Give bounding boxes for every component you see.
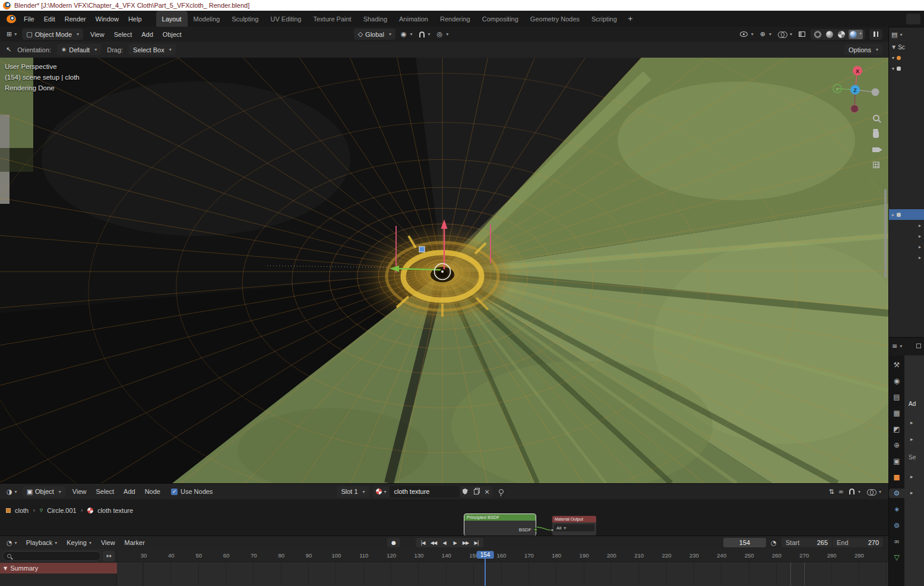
properties-tab-render[interactable]: ◉ bbox=[889, 376, 904, 386]
viewport-menu-select[interactable]: Select bbox=[109, 27, 137, 42]
properties-tab-world[interactable]: ⊕ bbox=[889, 440, 904, 450]
use-nodes-checkbox[interactable]: ✓ Use Nodes bbox=[171, 488, 213, 495]
playhead-frame-badge[interactable]: 154 bbox=[477, 551, 494, 559]
viewport-scrollbar[interactable] bbox=[884, 189, 887, 278]
drag-setting-dropdown[interactable]: Select Box bbox=[129, 44, 176, 55]
properties-tab-output[interactable]: ▤ bbox=[889, 392, 904, 402]
panel-expand-icon[interactable]: ▸ bbox=[910, 490, 913, 496]
xray-toggle[interactable] bbox=[798, 31, 806, 37]
disclosure-open-icon[interactable]: ▾ bbox=[892, 66, 894, 71]
snap-dropdown[interactable] bbox=[418, 31, 432, 37]
shader-menu-node[interactable]: Node bbox=[140, 484, 165, 499]
pivot-point-dropdown[interactable]: ◉ bbox=[400, 30, 414, 38]
viewport-menu-view[interactable]: View bbox=[86, 27, 109, 42]
properties-tab-object[interactable]: ■ bbox=[889, 472, 904, 482]
disclosure-closed-icon[interactable]: ▸ bbox=[919, 244, 921, 250]
axis-z-neg-ball[interactable] bbox=[851, 105, 859, 113]
disclosure-closed-icon[interactable]: ▸ bbox=[919, 255, 921, 260]
new-copy-button[interactable] bbox=[471, 486, 482, 497]
viewport-menu-object[interactable]: Object bbox=[158, 27, 186, 42]
workspace-tab-sculpting[interactable]: Sculpting bbox=[226, 11, 264, 27]
navigation-gizmo[interactable]: X Y Z bbox=[830, 61, 882, 117]
panel-expand-icon[interactable]: ▸ bbox=[910, 436, 913, 442]
properties-tab-tool[interactable]: ⚒ bbox=[889, 360, 904, 370]
workspace-tab-geometry-nodes[interactable]: Geometry Nodes bbox=[524, 11, 586, 27]
timeline-track-area[interactable]: 3040506070809010011012013014015016017018… bbox=[117, 549, 888, 586]
menu-window[interactable]: Window bbox=[91, 11, 124, 27]
shader-menu-select[interactable]: Select bbox=[91, 484, 119, 499]
menu-render[interactable]: Render bbox=[60, 11, 91, 27]
auto-keying-record-button[interactable]: ● bbox=[387, 538, 400, 547]
channel-search-field[interactable] bbox=[2, 551, 101, 561]
breadcrumb-material[interactable]: cloth texture bbox=[97, 507, 133, 514]
outliner-row[interactable]: ▸ bbox=[889, 241, 924, 252]
workspace-tab-uv-editing[interactable]: UV Editing bbox=[264, 11, 307, 27]
pin-icon[interactable] bbox=[499, 489, 504, 494]
workspace-tab-shading[interactable]: Shading bbox=[357, 11, 393, 27]
mode-dropdown[interactable]: ▢ Object Mode bbox=[22, 29, 83, 40]
shader-editor-type-button[interactable]: ◑ bbox=[4, 488, 20, 496]
fake-user-button[interactable] bbox=[460, 486, 471, 497]
breadcrumb-mesh[interactable]: Circle.001 bbox=[47, 507, 77, 514]
playhead-line[interactable] bbox=[485, 557, 486, 586]
zoom-icon[interactable] bbox=[873, 115, 879, 121]
axis-x-neg-ball[interactable] bbox=[872, 89, 879, 96]
slot-dropdown[interactable]: Slot 1 bbox=[337, 486, 369, 497]
timeline-channels[interactable] bbox=[117, 562, 888, 586]
outliner-row[interactable]: ▸ bbox=[889, 220, 924, 231]
shader-node-canvas[interactable]: cloth › ▿ Circle.001 › cloth texture Pri… bbox=[0, 499, 888, 535]
properties-tab-collection[interactable]: ▣ bbox=[889, 456, 904, 466]
properties-tab-physics[interactable]: ⊚ bbox=[889, 521, 904, 530]
bsdf-output-socket[interactable] bbox=[534, 528, 537, 531]
outliner-row[interactable]: ▾ bbox=[889, 63, 924, 74]
current-frame-field[interactable]: 154 bbox=[723, 538, 766, 547]
previous-keyframe-button[interactable]: ◀◀ bbox=[428, 540, 439, 546]
workspace-tab-modeling[interactable]: Modeling bbox=[188, 11, 226, 27]
shader-menu-view[interactable]: View bbox=[68, 484, 91, 499]
jump-to-end-button[interactable]: ▶| bbox=[471, 540, 482, 546]
timeline-ruler[interactable]: 3040506070809010011012013014015016017018… bbox=[117, 549, 888, 562]
properties-editor-type-button[interactable]: ≡ bbox=[892, 342, 905, 350]
properties-tab-particles[interactable]: ∗ bbox=[889, 505, 904, 514]
menu-help[interactable]: Help bbox=[124, 11, 147, 27]
add-workspace-button[interactable]: + bbox=[623, 15, 638, 23]
filter-toggle-button[interactable]: ↔ bbox=[103, 551, 115, 561]
workspace-tab-layout[interactable]: Layout bbox=[156, 11, 188, 27]
properties-tab-constraints[interactable]: ∞ bbox=[889, 537, 904, 546]
end-frame-field[interactable]: End 270 bbox=[833, 538, 883, 547]
play-button[interactable]: ▶ bbox=[450, 540, 460, 546]
viewport-editor-type-button[interactable]: ⊞ bbox=[4, 30, 20, 38]
properties-tab-data[interactable]: ▽ bbox=[889, 553, 904, 562]
workspace-tab-animation[interactable]: Animation bbox=[393, 11, 434, 27]
breadcrumb-object[interactable]: cloth bbox=[15, 507, 29, 514]
jump-to-start-button[interactable]: |◀ bbox=[417, 540, 428, 546]
add-modifier-button-truncated[interactable]: Ad bbox=[909, 401, 916, 407]
node-material-output[interactable]: Material Output All bbox=[552, 516, 596, 535]
start-frame-field[interactable]: Start 265 bbox=[781, 538, 832, 547]
next-keyframe-button[interactable]: ▶▶ bbox=[460, 540, 471, 546]
output-input-socket[interactable] bbox=[550, 528, 554, 532]
timeline-menu-view[interactable]: View bbox=[96, 536, 120, 549]
properties-tab-scene[interactable]: ◩ bbox=[889, 424, 904, 434]
transform-orientation-dropdown[interactable]: ◇ Global bbox=[354, 29, 395, 40]
outliner-row[interactable]: ▸ bbox=[889, 231, 924, 241]
summary-collapse-icon[interactable]: ▼ bbox=[4, 566, 7, 571]
link-drag-icon[interactable]: ∞ bbox=[838, 488, 844, 496]
swap-icon[interactable]: ⇅ bbox=[829, 488, 834, 496]
camera-view-icon[interactable] bbox=[872, 147, 879, 152]
disclosure-closed-icon[interactable]: ▸ bbox=[919, 234, 921, 239]
outliner-row[interactable]: ▾ bbox=[889, 52, 924, 63]
orientation-setting-dropdown[interactable]: ∗ Default bbox=[57, 44, 101, 55]
panel-expand-icon[interactable]: ▸ bbox=[910, 474, 913, 480]
disclosure-closed-icon[interactable]: ▸ bbox=[919, 223, 921, 228]
material-browse-button[interactable] bbox=[373, 486, 390, 497]
shader-menu-add[interactable]: Add bbox=[119, 484, 140, 499]
menu-edit[interactable]: Edit bbox=[39, 11, 60, 27]
ortho-toggle-icon[interactable] bbox=[873, 162, 879, 168]
properties-tab-view-layer[interactable]: ▦ bbox=[889, 408, 904, 418]
timeline-editor-type-button[interactable]: ◔ bbox=[4, 539, 20, 547]
proportional-editing-dropdown[interactable]: ◎ bbox=[436, 30, 450, 38]
wireframe-shading-button[interactable] bbox=[813, 30, 822, 39]
blue-axis-handle[interactable] bbox=[419, 247, 425, 252]
scene-selector-truncated[interactable] bbox=[906, 14, 920, 24]
